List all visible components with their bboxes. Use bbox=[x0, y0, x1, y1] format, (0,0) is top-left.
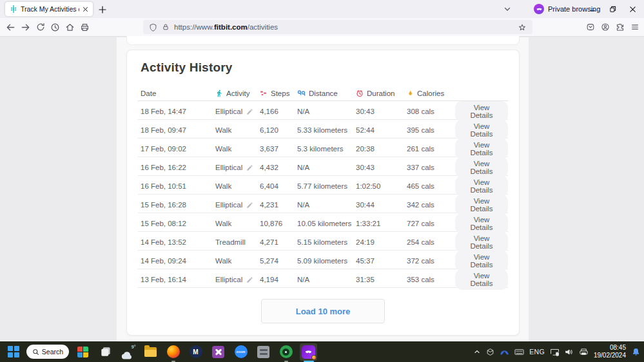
taskbar-app-colorful[interactable] bbox=[74, 343, 92, 361]
cell-calories: 395 cals bbox=[407, 126, 455, 134]
cell-date: 14 Feb, 13:52 bbox=[138, 238, 215, 246]
cell-steps: 4,432 bbox=[260, 164, 297, 171]
view-details-button[interactable]: View Details bbox=[455, 120, 508, 140]
taskbar-search[interactable]: Search bbox=[26, 345, 69, 359]
edit-pencil-icon[interactable] bbox=[246, 164, 253, 171]
tracking-shield-icon[interactable] bbox=[149, 23, 157, 32]
tab-close-button[interactable] bbox=[83, 6, 88, 12]
package-tray-icon[interactable] bbox=[486, 348, 494, 356]
bookmark-star-icon[interactable] bbox=[518, 23, 527, 32]
print-button[interactable] bbox=[77, 20, 92, 34]
cell-activity-label: Walk bbox=[215, 182, 231, 190]
url-bar[interactable]: https://www.fitbit.com/activities bbox=[143, 20, 532, 34]
taskbar-m-app[interactable]: M bbox=[187, 343, 204, 361]
taskbar-archive-app[interactable] bbox=[255, 343, 272, 361]
cell-activity-label: Walk bbox=[215, 126, 231, 134]
new-tab-button[interactable] bbox=[97, 4, 108, 15]
taskbar-tools-app[interactable] bbox=[210, 343, 227, 361]
view-details-button[interactable]: View Details bbox=[455, 195, 508, 215]
url-text: https://www.fitbit.com/activities bbox=[174, 23, 278, 31]
m-app-icon: M bbox=[190, 345, 202, 358]
cell-actions: View Details bbox=[455, 176, 508, 196]
cell-calories: 342 cals bbox=[407, 201, 455, 209]
firefox-private-icon bbox=[302, 345, 315, 359]
taskbar-weather-widget[interactable]: 9° bbox=[119, 343, 137, 361]
taskbar-clock[interactable]: 08:45 19/02/2024 bbox=[594, 344, 626, 360]
cell-steps: 4,194 bbox=[260, 276, 297, 283]
cell-duration: 52:44 bbox=[356, 126, 407, 134]
table-row: 16 Feb, 16:22 Elliptical 4,432 N/A 30:43… bbox=[138, 157, 508, 176]
view-details-button[interactable]: View Details bbox=[455, 269, 508, 290]
vpn-tray-icon[interactable] bbox=[500, 348, 509, 355]
view-details-button[interactable]: View Details bbox=[455, 213, 508, 234]
file-explorer-icon bbox=[144, 347, 157, 357]
header-steps: Steps bbox=[260, 90, 297, 97]
view-details-button[interactable]: View Details bbox=[455, 157, 508, 178]
taskbar-green-app[interactable] bbox=[277, 343, 295, 361]
home-button[interactable] bbox=[63, 20, 77, 34]
printer-tray-icon[interactable] bbox=[579, 348, 589, 356]
cast-devices-icon[interactable] bbox=[550, 348, 560, 356]
load-more-button[interactable]: Load 10 more bbox=[261, 299, 385, 323]
header-duration: Duration bbox=[356, 90, 407, 97]
view-details-button[interactable]: View Details bbox=[455, 176, 508, 196]
edit-pencil-icon[interactable] bbox=[246, 108, 253, 115]
browser-tab-active[interactable]: Track My Activities on Fitbit bbox=[5, 2, 93, 16]
window-restore-button[interactable] bbox=[603, 0, 623, 18]
cell-activity-label: Walk bbox=[215, 220, 231, 227]
volume-icon[interactable] bbox=[565, 348, 574, 356]
forward-button[interactable] bbox=[18, 20, 33, 34]
taskbar-file-explorer[interactable] bbox=[142, 343, 159, 361]
header-distance: Distance bbox=[297, 90, 356, 97]
view-details-button[interactable]: View Details bbox=[455, 232, 508, 252]
cell-steps: 4,166 bbox=[260, 108, 297, 115]
cell-duration: 30:44 bbox=[356, 201, 407, 209]
browser-viewport: Activity History Date Activity Step bbox=[0, 37, 644, 341]
history-button[interactable] bbox=[48, 20, 63, 34]
table-row: 17 Feb, 09:02 Walk 3,637 5.3 kilometers … bbox=[138, 138, 508, 157]
cell-activity-label: Walk bbox=[215, 257, 231, 265]
cell-activity: Elliptical bbox=[215, 201, 260, 209]
view-details-button[interactable]: View Details bbox=[455, 101, 508, 122]
cell-activity: Walk bbox=[215, 126, 260, 134]
view-details-button[interactable]: View Details bbox=[455, 251, 508, 271]
taskbar-zoom[interactable]: zoom bbox=[232, 343, 249, 361]
account-button[interactable] bbox=[598, 20, 612, 34]
cell-steps: 3,637 bbox=[260, 145, 297, 153]
notification-bell-icon[interactable] bbox=[631, 347, 641, 357]
menu-hamburger-button[interactable] bbox=[627, 20, 642, 34]
list-tabs-chevron-icon[interactable] bbox=[502, 5, 512, 14]
table-row: 15 Feb, 08:12 Walk 10,876 10.05 kilomete… bbox=[138, 213, 508, 232]
cell-duration: 45:37 bbox=[356, 257, 407, 265]
taskbar-firefox-private-active[interactable] bbox=[300, 343, 317, 361]
previous-card-partial bbox=[126, 36, 520, 45]
edit-pencil-icon[interactable] bbox=[246, 276, 253, 283]
pocket-button[interactable] bbox=[583, 20, 598, 34]
tray-show-hidden-icons[interactable] bbox=[473, 348, 481, 356]
lock-icon[interactable] bbox=[162, 23, 170, 31]
clock-time: 08:45 bbox=[594, 344, 626, 352]
start-button[interactable] bbox=[6, 344, 21, 359]
cell-actions: View Details bbox=[455, 195, 508, 215]
language-indicator[interactable]: ENG bbox=[529, 348, 545, 356]
touch-keyboard-icon[interactable] bbox=[514, 348, 524, 356]
reload-button[interactable] bbox=[33, 20, 48, 34]
url-domain: fitbit.com bbox=[214, 23, 248, 31]
taskbar-task-view[interactable] bbox=[97, 343, 114, 361]
steps-icon bbox=[260, 90, 268, 97]
cell-duration: 31:35 bbox=[356, 276, 407, 283]
view-details-button[interactable]: View Details bbox=[455, 138, 508, 159]
window-close-button[interactable] bbox=[623, 0, 643, 18]
edit-pencil-icon[interactable] bbox=[246, 202, 253, 209]
cell-date: 16 Feb, 10:51 bbox=[138, 182, 215, 190]
cell-activity: Walk bbox=[215, 182, 260, 190]
cell-distance: N/A bbox=[297, 164, 356, 171]
search-icon bbox=[32, 348, 39, 356]
taskbar-firefox[interactable] bbox=[164, 343, 182, 361]
cell-steps: 6,404 bbox=[260, 182, 297, 190]
cell-actions: View Details bbox=[455, 157, 508, 178]
cell-activity: Elliptical bbox=[215, 164, 260, 171]
extensions-puzzle-button[interactable] bbox=[612, 20, 627, 34]
window-minimize-button[interactable] bbox=[583, 0, 603, 18]
back-button[interactable] bbox=[3, 20, 18, 34]
